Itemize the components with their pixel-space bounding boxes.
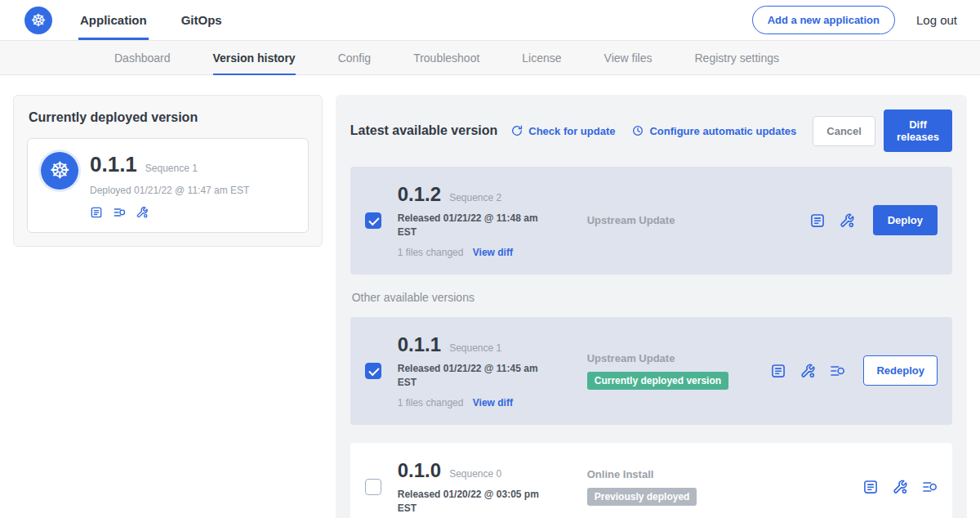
version-history-panel: Latest available version Check for updat… bbox=[336, 95, 967, 518]
deployed-version-number: 0.1.1 bbox=[90, 152, 137, 177]
version-info: 0.1.1 Sequence 1 Released 01/21/22 @ 11:… bbox=[398, 333, 576, 409]
subnav-item-config[interactable]: Config bbox=[338, 41, 371, 74]
version-sequence: Sequence 1 bbox=[449, 342, 501, 354]
source-label: Online Install bbox=[587, 468, 654, 480]
version-source: Online Install Previously deployed bbox=[576, 468, 862, 506]
subnav-label: Dashboard bbox=[114, 51, 171, 65]
deploy-button[interactable]: Deploy bbox=[873, 205, 938, 235]
deployed-timestamp: Deployed 01/21/22 @ 11:47 am EST bbox=[90, 185, 249, 196]
config-wrench-icon[interactable] bbox=[136, 206, 149, 219]
navbar-right: Add a new application Log out bbox=[752, 6, 957, 34]
subnav-item-registry-settings[interactable]: Registry settings bbox=[694, 41, 778, 74]
view-logs-icon[interactable] bbox=[829, 363, 845, 379]
subnav-label: Troubleshoot bbox=[413, 51, 479, 65]
subnav-label: View files bbox=[604, 51, 653, 65]
version-row-0-1-1: 0.1.1 Sequence 1 Released 01/21/22 @ 11:… bbox=[350, 317, 952, 425]
subnav-label: License bbox=[522, 51, 561, 65]
subnav-item-dashboard[interactable]: Dashboard bbox=[114, 41, 171, 74]
subnav-label: Version history bbox=[213, 51, 296, 65]
config-wrench-icon[interactable] bbox=[839, 212, 855, 229]
logout-link[interactable]: Log out bbox=[916, 13, 957, 27]
view-logs-icon[interactable] bbox=[921, 479, 938, 495]
files-changed-label: 1 files changed bbox=[398, 397, 464, 409]
deployed-version-card: ☸ 0.1.1 Sequence 1 Deployed 01/21/22 @ 1… bbox=[27, 138, 309, 233]
check-for-update-label: Check for update bbox=[528, 125, 615, 137]
subnav-item-license[interactable]: License bbox=[522, 41, 561, 74]
version-released: Released 01/20/22 @ 03:05 pm EST bbox=[398, 488, 546, 516]
nav-tab-application-label: Application bbox=[80, 13, 147, 27]
version-source: Upstream Update Currently deployed versi… bbox=[576, 352, 771, 390]
previously-deployed-badge: Previously deployed bbox=[587, 488, 697, 506]
version-sequence: Sequence 2 bbox=[449, 192, 501, 203]
version-row-0-1-2: 0.1.2 Sequence 2 Released 01/21/22 @ 11:… bbox=[350, 167, 952, 275]
version-checkbox[interactable] bbox=[365, 479, 381, 495]
subnav-item-troubleshoot[interactable]: Troubleshoot bbox=[413, 41, 479, 74]
version-source: Upstream Update bbox=[576, 214, 809, 226]
release-notes-icon[interactable] bbox=[809, 212, 826, 229]
app-subnav: Dashboard Version history Config Trouble… bbox=[0, 41, 980, 75]
files-changed: 1 files changed View diff bbox=[398, 247, 576, 258]
version-actions: Redeploy bbox=[770, 355, 938, 386]
subnav-label: Registry settings bbox=[694, 51, 778, 65]
kubernetes-logo-icon[interactable]: ☸ bbox=[24, 7, 52, 34]
top-navbar: ☸ Application GitOps Add a new applicati… bbox=[0, 0, 980, 41]
view-diff-link[interactable]: View diff bbox=[473, 247, 513, 258]
redeploy-button[interactable]: Redeploy bbox=[863, 355, 938, 386]
refresh-icon bbox=[510, 124, 523, 137]
release-notes-icon[interactable] bbox=[862, 479, 879, 495]
subnav-item-view-files[interactable]: View files bbox=[604, 41, 653, 74]
deployed-action-icons bbox=[90, 206, 249, 219]
diff-releases-button[interactable]: Diff releases bbox=[884, 109, 952, 152]
deployed-sequence: Sequence 1 bbox=[145, 163, 198, 174]
version-checkbox[interactable] bbox=[365, 212, 381, 229]
currently-deployed-panel: Currently deployed version ☸ 0.1.1 Seque… bbox=[13, 95, 323, 247]
config-wrench-icon[interactable] bbox=[800, 363, 816, 379]
version-actions bbox=[862, 479, 938, 495]
version-number: 0.1.1 bbox=[398, 333, 441, 356]
view-diff-link[interactable]: View diff bbox=[473, 397, 513, 409]
app-helm-icon: ☸ bbox=[41, 152, 78, 190]
source-label: Upstream Update bbox=[587, 214, 675, 226]
release-notes-icon[interactable] bbox=[770, 363, 786, 379]
release-notes-icon[interactable] bbox=[90, 206, 103, 219]
version-number: 0.1.0 bbox=[398, 459, 441, 482]
version-info: 0.1.0 Sequence 0 Released 01/20/22 @ 03:… bbox=[398, 459, 576, 516]
version-released: Released 01/21/22 @ 11:48 am EST bbox=[398, 212, 546, 240]
version-released: Released 01/21/22 @ 11:45 am EST bbox=[398, 362, 546, 391]
currently-deployed-title: Currently deployed version bbox=[29, 110, 309, 125]
deployed-version-details: 0.1.1 Sequence 1 Deployed 01/21/22 @ 11:… bbox=[90, 152, 249, 219]
latest-version-header: Latest available version Check for updat… bbox=[350, 109, 952, 152]
source-label: Upstream Update bbox=[587, 352, 675, 364]
files-changed: 1 files changed View diff bbox=[398, 397, 576, 409]
other-versions-title: Other available versions bbox=[352, 291, 951, 304]
version-checkbox[interactable] bbox=[365, 363, 381, 379]
files-changed-label: 1 files changed bbox=[398, 247, 464, 258]
currently-deployed-badge: Currently deployed version bbox=[587, 372, 728, 390]
view-logs-icon[interactable] bbox=[113, 206, 126, 219]
nav-tab-gitops-label: GitOps bbox=[181, 13, 222, 27]
cancel-button[interactable]: Cancel bbox=[813, 116, 875, 146]
config-wrench-icon[interactable] bbox=[892, 479, 908, 495]
navbar-tabs: Application GitOps bbox=[80, 0, 256, 40]
main-content: Currently deployed version ☸ 0.1.1 Seque… bbox=[0, 75, 980, 518]
version-info: 0.1.2 Sequence 2 Released 01/21/22 @ 11:… bbox=[398, 183, 576, 258]
subnav-item-version-history[interactable]: Version history bbox=[213, 41, 296, 74]
latest-version-title: Latest available version bbox=[350, 123, 498, 138]
subnav-label: Config bbox=[338, 51, 371, 65]
check-for-update-link[interactable]: Check for update bbox=[510, 124, 615, 137]
version-sequence: Sequence 0 bbox=[449, 468, 501, 480]
version-number: 0.1.2 bbox=[398, 183, 441, 206]
schedule-clock-icon bbox=[631, 124, 644, 137]
add-application-button[interactable]: Add a new application bbox=[752, 6, 895, 34]
version-actions: Deploy bbox=[809, 205, 938, 235]
configure-automatic-updates-label: Configure automatic updates bbox=[649, 125, 796, 137]
nav-tab-gitops[interactable]: GitOps bbox=[181, 0, 222, 40]
version-row-0-1-0: 0.1.0 Sequence 0 Released 01/20/22 @ 03:… bbox=[350, 443, 952, 518]
configure-automatic-updates-link[interactable]: Configure automatic updates bbox=[631, 124, 796, 137]
nav-tab-application[interactable]: Application bbox=[80, 0, 147, 40]
